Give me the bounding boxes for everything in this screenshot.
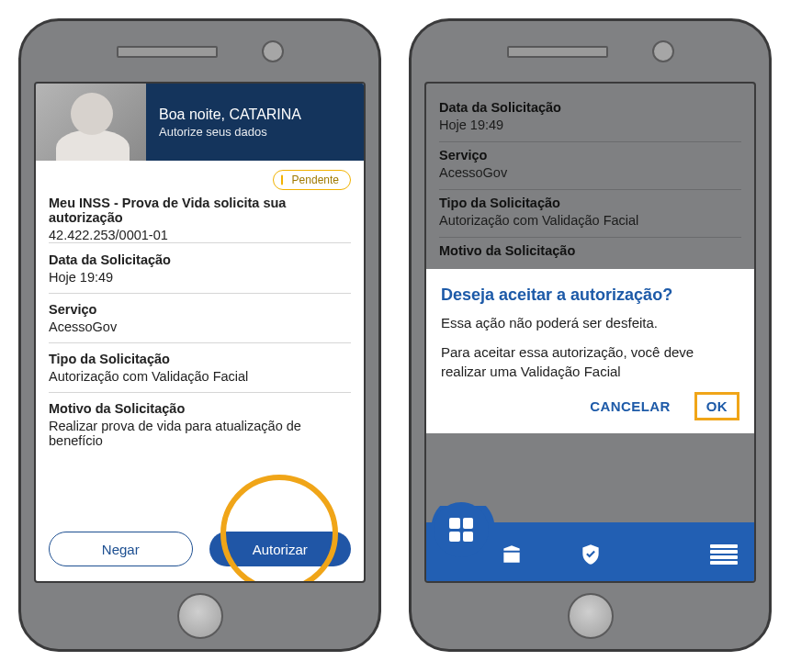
nav-wallet-button[interactable] <box>500 543 524 566</box>
device-bottom-bar <box>412 583 769 649</box>
dialog-title: Deseja aceitar a autorização? <box>441 286 739 305</box>
value-motivo: Realizar prova de vida para atualização … <box>49 419 351 456</box>
deny-button[interactable]: Negar <box>49 532 193 566</box>
bottom-nav <box>426 528 754 581</box>
screen-left: Boa noite, CATARINA Autorize seus dados … <box>34 82 366 583</box>
speaker-slot <box>507 46 608 58</box>
menu-icon <box>710 544 738 548</box>
label-motivo: Motivo da Solicitação <box>439 243 741 265</box>
value-data: Hoje 19:49 <box>49 270 351 294</box>
request-title: Meu INSS - Prova de Vida solicita sua au… <box>49 196 351 225</box>
authorize-button[interactable]: Autorizar <box>209 532 352 566</box>
dialog-instruction: Para aceitar essa autorização, você deve… <box>441 343 739 381</box>
value-servico: AcessoGov <box>49 319 351 343</box>
dimmed-background: Data da Solicitação Hoje 19:49 Serviço A… <box>426 84 754 265</box>
device-bottom-bar <box>21 583 378 649</box>
action-row: Negar Autorizar <box>36 515 364 581</box>
home-button[interactable] <box>568 593 614 639</box>
label-tipo: Tipo da Solicitação <box>49 352 351 366</box>
wallet-icon <box>500 543 524 566</box>
requestor-cnpj: 42.422.253/0001-01 <box>49 228 351 243</box>
label-data: Data da Solicitação <box>439 100 741 115</box>
label-motivo: Motivo da Solicitação <box>49 401 351 416</box>
shield-check-icon <box>579 543 603 566</box>
ok-highlight-box: OK <box>694 392 739 420</box>
label-tipo: Tipo da Solicitação <box>439 196 741 210</box>
home-button[interactable] <box>177 593 223 639</box>
value-tipo: Autorização com Validação Facial <box>439 213 741 238</box>
phone-frame-left: Boa noite, CATARINA Autorize seus dados … <box>18 18 381 652</box>
status-badge: Pendente <box>273 170 351 190</box>
nav-home-button[interactable] <box>434 502 489 557</box>
ok-button[interactable]: OK <box>706 398 728 414</box>
confirm-dialog: Deseja aceitar a autorização? Essa ação … <box>426 269 754 433</box>
value-data: Hoje 19:49 <box>439 118 741 142</box>
label-servico: Serviço <box>439 148 741 162</box>
nav-security-button[interactable] <box>579 543 603 566</box>
dialog-warning: Essa ação não poderá ser desfeita. <box>441 314 739 332</box>
nav-menu-button[interactable] <box>710 544 738 565</box>
label-data: Data da Solicitação <box>49 252 351 267</box>
header-subtitle: Autorize seus dados <box>159 125 301 139</box>
label-servico: Serviço <box>49 302 351 317</box>
cancel-button[interactable]: CANCELAR <box>590 398 670 414</box>
grid-icon <box>449 518 473 542</box>
value-servico: AcessoGov <box>439 165 741 190</box>
front-camera-icon <box>262 40 284 62</box>
request-details: Pendente Meu INSS - Prova de Vida solici… <box>36 161 364 515</box>
value-tipo: Autorização com Validação Facial <box>49 369 351 393</box>
device-top-bar <box>21 21 378 82</box>
front-camera-icon <box>652 40 674 62</box>
greeting-text: Boa noite, CATARINA <box>159 106 301 123</box>
device-top-bar <box>412 21 769 82</box>
user-avatar <box>36 84 146 161</box>
app-header: Boa noite, CATARINA Autorize seus dados <box>36 84 364 161</box>
phone-frame-right: Data da Solicitação Hoje 19:49 Serviço A… <box>409 18 772 652</box>
screen-right: Data da Solicitação Hoje 19:49 Serviço A… <box>424 82 756 583</box>
speaker-slot <box>117 46 218 58</box>
